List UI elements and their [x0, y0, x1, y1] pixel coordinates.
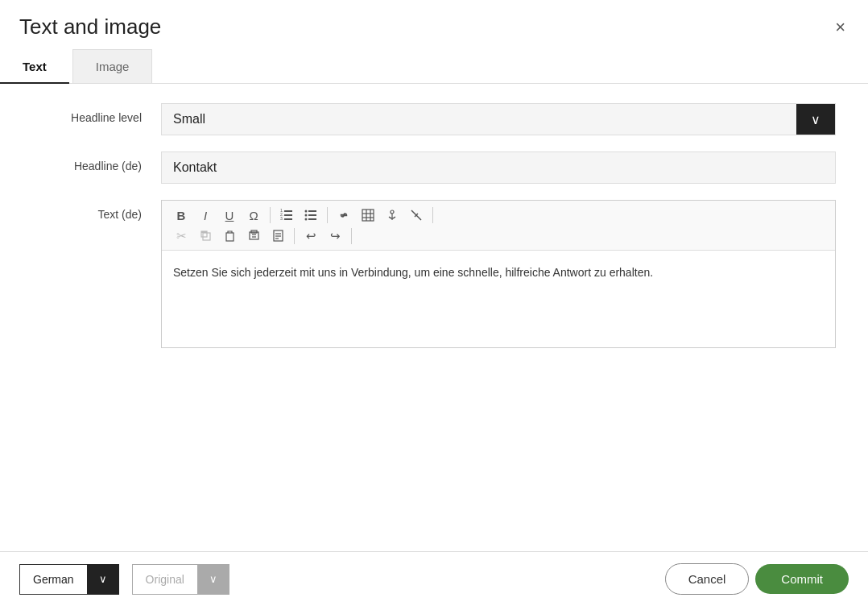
paste-word-button[interactable] [267, 226, 289, 245]
table-button[interactable] [357, 205, 379, 225]
cancel-button[interactable]: Cancel [665, 563, 750, 595]
headline-de-row: Headline (de) [0, 152, 868, 184]
scrollable-content[interactable]: Headline level Small ∨ Headline (de) [0, 84, 868, 551]
underline-button[interactable]: U [218, 206, 241, 225]
svg-point-9 [305, 210, 308, 213]
separator-3 [432, 207, 433, 223]
text-de-label: Text (de) [16, 200, 161, 221]
close-button[interactable]: × [832, 15, 849, 39]
bold-button[interactable]: B [170, 206, 192, 225]
link-button[interactable] [333, 205, 355, 225]
tab-text[interactable]: Text [0, 49, 69, 83]
svg-point-11 [305, 218, 308, 221]
toolbar-row-1: B I U Ω 1.2.3. [170, 205, 827, 225]
copy-button[interactable] [194, 226, 217, 245]
svg-rect-12 [362, 210, 374, 221]
headline-level-label: Headline level [16, 103, 161, 124]
svg-rect-6 [308, 210, 316, 212]
svg-rect-1 [284, 214, 292, 216]
text-de-control: B I U Ω 1.2.3. [161, 200, 836, 348]
separator-5 [351, 228, 352, 244]
language-chevron-icon: ∨ [99, 573, 107, 585]
headline-level-arrow[interactable]: ∨ [796, 104, 835, 135]
dialog-header: Text and image × [0, 0, 868, 49]
toolbar-row-2: ✂ [170, 226, 827, 245]
headline-de-label: Headline (de) [16, 152, 161, 172]
italic-button[interactable]: I [194, 206, 217, 225]
ordered-list-button[interactable]: 1.2.3. [275, 205, 298, 225]
editor-text: Setzen Sie sich jederzeit mit uns in Ver… [173, 264, 824, 281]
anchor-button[interactable] [381, 205, 403, 225]
toolbar: B I U Ω 1.2.3. [162, 201, 835, 251]
unlink-button[interactable] [405, 205, 428, 225]
language-select-wrapper: German ∨ [19, 564, 119, 595]
original-select-value: Original [132, 564, 197, 595]
svg-line-19 [411, 210, 421, 220]
tabs-row: Text Image [0, 49, 868, 84]
rich-text-editor: B I U Ω 1.2.3. [161, 200, 836, 348]
original-arrow-button[interactable]: ∨ [197, 564, 229, 595]
headline-level-value: Small [162, 104, 796, 135]
svg-rect-0 [284, 210, 292, 212]
chevron-down-icon: ∨ [811, 112, 820, 127]
separator-4 [294, 228, 295, 244]
svg-rect-8 [308, 218, 316, 220]
paste-text-button[interactable] [242, 226, 265, 245]
cut-button[interactable]: ✂ [170, 226, 192, 245]
svg-text:3.: 3. [280, 216, 283, 221]
svg-rect-7 [308, 214, 316, 216]
separator-1 [270, 207, 271, 223]
unordered-list-button[interactable] [300, 205, 322, 225]
omega-button[interactable]: Ω [242, 206, 265, 225]
headline-level-select[interactable]: Small ∨ [161, 103, 836, 135]
paste-button[interactable] [218, 226, 241, 245]
language-arrow-button[interactable]: ∨ [87, 564, 119, 595]
redo-button[interactable]: ↪ [324, 226, 346, 245]
svg-rect-2 [284, 218, 292, 220]
headline-de-control [161, 152, 836, 184]
headline-level-row: Headline level Small ∨ [0, 103, 868, 135]
svg-point-17 [391, 210, 394, 214]
svg-rect-22 [226, 233, 234, 241]
original-chevron-icon: ∨ [209, 573, 217, 585]
original-select-wrapper: Original ∨ [132, 564, 229, 595]
undo-button[interactable]: ↩ [300, 226, 322, 245]
headline-level-control: Small ∨ [161, 103, 836, 135]
text-de-row: Text (de) B I U Ω 1.2.3 [0, 200, 868, 348]
dialog: Text and image × Text Image Headline lev… [0, 0, 868, 606]
dialog-body: Headline level Small ∨ Headline (de) [0, 84, 868, 551]
headline-de-input[interactable] [161, 152, 836, 184]
tab-image[interactable]: Image [72, 49, 153, 83]
commit-button[interactable]: Commit [755, 564, 849, 594]
editor-content[interactable]: Setzen Sie sich jederzeit mit uns in Ver… [162, 251, 835, 347]
dialog-footer: German ∨ Original ∨ Cancel Commit [0, 551, 868, 606]
dialog-title: Text and image [19, 15, 161, 39]
svg-point-10 [305, 214, 308, 217]
language-select-value: German [19, 564, 87, 595]
separator-2 [327, 207, 328, 223]
